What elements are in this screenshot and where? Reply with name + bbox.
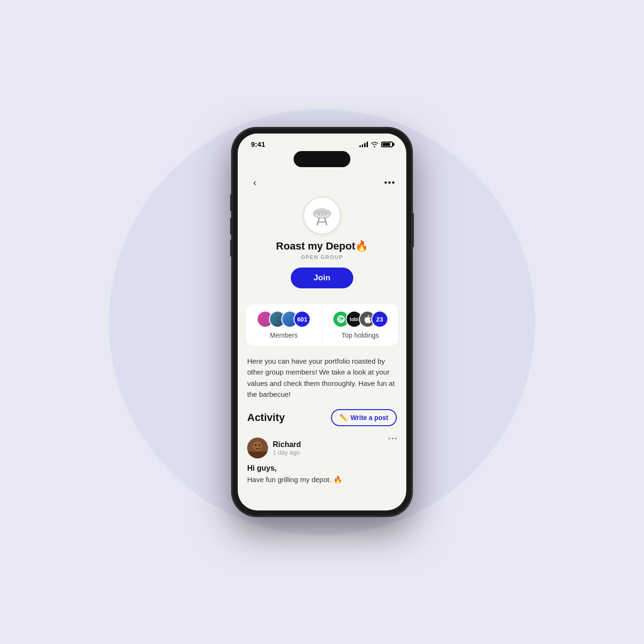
activity-title: Activity xyxy=(247,411,285,424)
phone-shell: 9:41 xyxy=(232,128,412,516)
write-post-button[interactable]: ✏️ Write a post xyxy=(331,409,397,426)
activity-header: Activity ✏️ Write a post xyxy=(238,407,406,434)
group-description: Here you can have your portfolio roasted… xyxy=(238,354,406,407)
post-item: Richard 1 day ago Hi guys, Have fun gril… xyxy=(238,434,406,493)
signal-icon xyxy=(359,142,368,147)
back-chevron-icon: ‹ xyxy=(253,177,257,188)
post-header: Richard 1 day ago xyxy=(247,438,397,458)
members-label: Members xyxy=(270,331,297,339)
svg-point-11 xyxy=(253,441,262,451)
screen-content[interactable]: ‹ xyxy=(238,171,406,510)
post-more-button[interactable] xyxy=(388,438,397,439)
group-avatar: 🔥 xyxy=(303,197,341,234)
post-greeting: Hi guys, xyxy=(247,464,397,473)
stats-card: 601 Members tobi xyxy=(245,304,399,346)
write-post-label: Write a post xyxy=(350,414,388,421)
nav-bar: ‹ xyxy=(238,171,406,192)
group-header: 🔥 Roast my Depot🔥 OPEN GROUP Join xyxy=(238,192,406,296)
back-button[interactable]: ‹ xyxy=(247,175,262,190)
post-time: 1 day ago xyxy=(273,449,301,456)
join-button[interactable]: Join xyxy=(291,268,353,288)
status-bar: 9:41 xyxy=(238,134,406,151)
battery-icon xyxy=(381,142,393,147)
member-count-badge: 601 xyxy=(294,311,311,328)
post-user: Richard 1 day ago xyxy=(247,438,301,458)
members-stat[interactable]: 601 Members xyxy=(246,304,322,346)
more-dots-icon xyxy=(385,181,394,184)
post-avatar xyxy=(247,438,268,458)
group-type: OPEN GROUP xyxy=(301,254,343,260)
svg-point-12 xyxy=(255,444,257,446)
group-name: Roast my Depot🔥 xyxy=(276,240,368,252)
svg-rect-14 xyxy=(247,452,268,458)
status-icons xyxy=(359,142,393,147)
post-user-info: Richard 1 day ago xyxy=(273,440,301,456)
holdings-count-badge: 23 xyxy=(371,311,388,328)
wifi-icon xyxy=(371,142,378,147)
holdings-stat[interactable]: tobi 23 Top holdings xyxy=(322,304,399,346)
phone-device: 9:41 xyxy=(232,128,412,516)
dynamic-island xyxy=(294,151,350,167)
post-text: Have fun grilling my depot. 🔥 xyxy=(247,474,397,485)
svg-point-13 xyxy=(259,444,260,446)
pencil-icon: ✏️ xyxy=(340,414,348,421)
post-username: Richard xyxy=(273,440,301,449)
more-button[interactable] xyxy=(382,175,397,190)
holdings-label: Top holdings xyxy=(341,331,379,339)
post-content: Hi guys, Have fun grilling my depot. 🔥 xyxy=(247,464,397,485)
status-time: 9:41 xyxy=(251,140,265,148)
phone-screen: 9:41 xyxy=(238,134,406,510)
member-avatars: 601 xyxy=(257,311,311,328)
holdings-icons: tobi 23 xyxy=(332,311,388,328)
